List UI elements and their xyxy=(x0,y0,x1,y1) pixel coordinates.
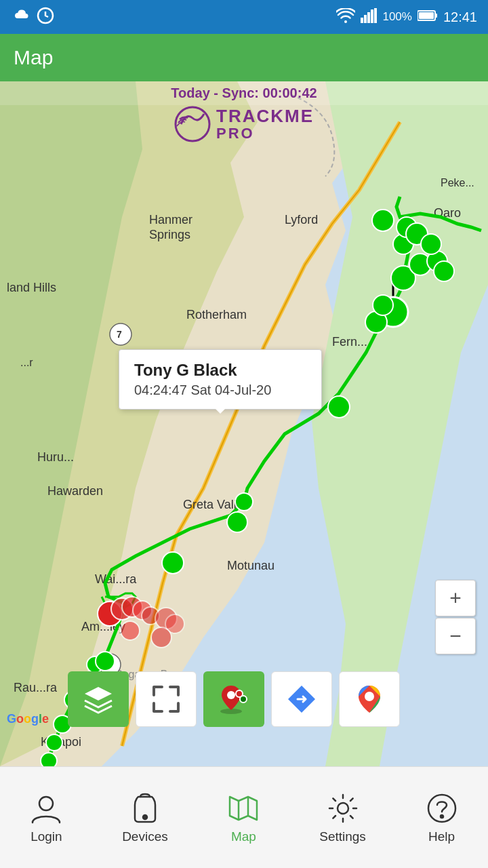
login-label: Login xyxy=(30,829,62,844)
app-header: Map xyxy=(0,34,488,81)
svg-marker-74 xyxy=(85,687,112,701)
zoom-out-button[interactable]: − xyxy=(435,618,476,654)
zoom-in-button[interactable]: + xyxy=(435,580,476,616)
svg-point-63 xyxy=(373,295,393,315)
cloud-icon xyxy=(11,8,30,26)
trackme-label: TRACKME xyxy=(216,113,314,124)
svg-point-78 xyxy=(240,696,247,703)
help-icon xyxy=(425,791,459,825)
svg-point-57 xyxy=(227,512,247,532)
battery-icon xyxy=(418,9,438,26)
login-icon xyxy=(29,791,63,825)
sync-banner: Today - Sync: 00:00:42 xyxy=(0,81,488,105)
svg-point-76 xyxy=(227,691,235,699)
clock-icon xyxy=(37,7,54,28)
bottom-nav: Login Devices Map Settings Help xyxy=(0,766,488,868)
help-label: Help xyxy=(428,829,455,844)
svg-point-40 xyxy=(41,753,57,766)
map-toolbar xyxy=(0,665,488,732)
svg-point-72 xyxy=(421,234,441,254)
popup-datetime: 04:24:47 Sat 04-Jul-20 xyxy=(134,382,306,398)
svg-point-69 xyxy=(372,210,394,231)
zoom-controls: + − xyxy=(435,580,476,654)
time-display: 12:41 xyxy=(443,9,477,25)
signal-icon xyxy=(361,8,377,26)
svg-rect-7 xyxy=(419,12,434,19)
svg-point-73 xyxy=(176,107,209,141)
popup-name: Tony G Black xyxy=(134,361,306,380)
status-bar-left xyxy=(11,7,54,28)
markers-button[interactable] xyxy=(203,671,264,727)
logo-text: TRACKME PRO xyxy=(216,106,314,142)
svg-point-41 xyxy=(46,734,62,751)
layers-button[interactable] xyxy=(68,671,129,727)
expand-button[interactable] xyxy=(136,671,197,727)
svg-marker-83 xyxy=(230,797,257,820)
svg-rect-4 xyxy=(371,9,373,23)
svg-point-79 xyxy=(365,692,374,701)
google-maps-button[interactable] xyxy=(339,671,400,727)
settings-icon xyxy=(326,791,360,825)
map-label: Map xyxy=(231,829,256,844)
nav-item-login[interactable]: Login xyxy=(18,786,74,850)
svg-rect-2 xyxy=(364,15,367,23)
google-watermark: Google xyxy=(5,709,60,728)
svg-point-58 xyxy=(235,493,253,511)
svg-point-86 xyxy=(338,803,348,814)
page-title: Map xyxy=(14,46,53,69)
svg-point-81 xyxy=(39,797,53,810)
map-container[interactable]: Hanmer Springs Lyford Oaro Peke... land … xyxy=(0,81,488,766)
status-bar-right: 100% 12:41 xyxy=(336,8,477,26)
svg-point-53 xyxy=(121,621,140,640)
svg-point-82 xyxy=(143,815,147,819)
svg-point-54 xyxy=(151,627,171,648)
devices-label: Devices xyxy=(122,829,168,844)
svg-text:Google: Google xyxy=(7,712,49,726)
battery-text: 100% xyxy=(382,10,411,24)
nav-item-settings[interactable]: Settings xyxy=(308,786,377,850)
svg-rect-1 xyxy=(361,18,363,23)
svg-point-59 xyxy=(328,396,350,418)
settings-label: Settings xyxy=(319,829,366,844)
location-popup[interactable]: Tony G Black 04:24:47 Sat 04-Jul-20 xyxy=(119,349,322,410)
nav-item-devices[interactable]: Devices xyxy=(111,786,179,850)
svg-rect-8 xyxy=(435,14,437,18)
svg-rect-5 xyxy=(374,8,377,23)
devices-icon xyxy=(128,791,162,825)
nav-item-map[interactable]: Map xyxy=(216,786,271,850)
logo-container: TRACKME PRO xyxy=(174,106,314,142)
pro-label: PRO xyxy=(216,125,314,142)
nav-item-help[interactable]: Help xyxy=(414,786,470,850)
sync-text: Today - Sync: 00:00:42 xyxy=(171,85,317,100)
status-bar: 100% 12:41 xyxy=(0,0,488,34)
svg-point-67 xyxy=(434,261,454,281)
directions-button[interactable] xyxy=(271,671,332,727)
map-icon xyxy=(226,791,260,825)
svg-point-88 xyxy=(441,815,443,818)
svg-point-56 xyxy=(162,552,184,574)
trackme-logo-icon xyxy=(174,106,211,142)
svg-rect-3 xyxy=(367,12,370,23)
wifi-icon xyxy=(336,8,355,26)
